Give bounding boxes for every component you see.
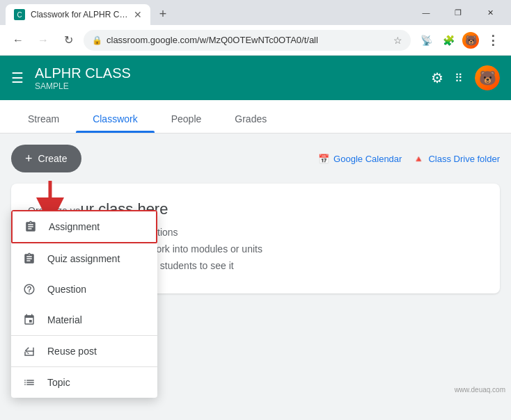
forward-button[interactable]: → bbox=[33, 31, 53, 50]
app-header: ☰ ALPHR CLASS SAMPLE ⚙ ⠿ 🐻 bbox=[0, 56, 511, 100]
assignment-label: Assignment bbox=[49, 221, 100, 232]
tab-bar: C Classwork for ALPHR CLASS SAM ✕ + — ❐ … bbox=[0, 0, 511, 25]
dropdown-item-material[interactable]: Material bbox=[11, 305, 157, 335]
dropdown-item-quiz[interactable]: Quiz assignment bbox=[11, 243, 157, 274]
settings-icon[interactable]: ⚙ bbox=[431, 70, 443, 86]
close-button[interactable]: ✕ bbox=[475, 3, 505, 22]
nav-icons: 📡 🧩 🐻 ⋮ bbox=[416, 31, 503, 50]
content-area: + Create 📅 Google Calendar 🔺 Class Drive… bbox=[0, 134, 511, 396]
active-tab[interactable]: C Classwork for ALPHR CLASS SAM ✕ bbox=[6, 4, 150, 25]
material-label: Material bbox=[47, 314, 82, 325]
tab-grades[interactable]: Grades bbox=[218, 105, 283, 133]
topic-label: Topic bbox=[47, 377, 70, 388]
tab-stream[interactable]: Stream bbox=[11, 105, 76, 133]
nav-bar: ← → ↻ 🔒 classroom.google.com/w/MzQ0OTEwN… bbox=[0, 25, 511, 56]
topic-icon bbox=[22, 375, 36, 389]
drive-label: Class Drive folder bbox=[428, 154, 500, 164]
question-label: Question bbox=[47, 284, 86, 295]
create-button[interactable]: + Create bbox=[11, 145, 81, 172]
url-text: classroom.google.com/w/MzQ0OTEwNTc0OTA0/… bbox=[107, 35, 389, 45]
quiz-label: Quiz assignment bbox=[47, 253, 120, 264]
question-icon bbox=[22, 282, 36, 296]
dropdown-item-reuse[interactable]: Reuse post bbox=[11, 336, 157, 366]
extensions-icon[interactable]: 🧩 bbox=[439, 31, 458, 50]
grid-icon[interactable]: ⠿ bbox=[455, 72, 464, 85]
tab-classwork[interactable]: Classwork bbox=[76, 105, 155, 133]
reuse-icon bbox=[22, 344, 36, 358]
new-tab-button[interactable]: + bbox=[153, 4, 173, 24]
toolbar-right: 📅 Google Calendar 🔺 Class Drive folder bbox=[318, 154, 500, 164]
lock-icon: 🔒 bbox=[92, 35, 102, 45]
star-icon[interactable]: ☆ bbox=[393, 35, 402, 46]
menu-icon[interactable]: ⋮ bbox=[483, 31, 503, 50]
drive-icon: 🔺 bbox=[413, 154, 424, 164]
create-label: Create bbox=[38, 153, 68, 164]
hamburger-icon[interactable]: ☰ bbox=[11, 70, 24, 86]
maximize-button[interactable]: ❐ bbox=[443, 3, 473, 22]
window-controls: — ❐ ✕ bbox=[411, 3, 511, 25]
dropdown-item-assignment[interactable]: Assignment bbox=[11, 210, 157, 243]
material-icon bbox=[22, 313, 36, 327]
dropdown-item-question[interactable]: Question bbox=[11, 274, 157, 305]
quiz-icon bbox=[22, 252, 36, 266]
reload-button[interactable]: ↻ bbox=[58, 31, 78, 50]
app-container: ☰ ALPHR CLASS SAMPLE ⚙ ⠿ 🐻 Stream Classw… bbox=[0, 56, 511, 396]
assignment-icon bbox=[24, 220, 38, 234]
browser-chrome: C Classwork for ALPHR CLASS SAM ✕ + — ❐ … bbox=[0, 0, 511, 56]
header-icons: ⚙ ⠿ 🐻 bbox=[431, 65, 500, 90]
reuse-label: Reuse post bbox=[47, 346, 97, 357]
minimize-button[interactable]: — bbox=[411, 3, 441, 22]
drive-link[interactable]: 🔺 Class Drive folder bbox=[413, 154, 500, 164]
tab-title: Classwork for ALPHR CLASS SAM bbox=[31, 10, 128, 19]
cast-icon[interactable]: 📡 bbox=[416, 31, 436, 50]
calendar-icon: 📅 bbox=[318, 154, 329, 164]
address-bar[interactable]: 🔒 classroom.google.com/w/MzQ0OTEwNTc0OTA… bbox=[84, 30, 411, 51]
create-plus-icon: + bbox=[25, 152, 33, 166]
calendar-link[interactable]: 📅 Google Calendar bbox=[318, 154, 402, 164]
class-subtitle: SAMPLE bbox=[35, 81, 420, 91]
toolbar: + Create 📅 Google Calendar 🔺 Class Drive… bbox=[11, 145, 500, 172]
avatar-image: 🐻 bbox=[475, 65, 500, 90]
class-title: ALPHR CLASS bbox=[35, 65, 420, 81]
tab-favicon: C bbox=[14, 9, 25, 20]
back-button[interactable]: ← bbox=[8, 31, 28, 50]
avatar[interactable]: 🐻 bbox=[475, 65, 500, 90]
watermark: www.deuaq.com bbox=[455, 386, 505, 394]
tab-close-button[interactable]: ✕ bbox=[134, 9, 142, 20]
calendar-label: Google Calendar bbox=[333, 154, 402, 164]
app-title: ALPHR CLASS SAMPLE bbox=[35, 65, 420, 91]
tabs-bar: Stream Classwork People Grades bbox=[0, 100, 511, 134]
tab-people[interactable]: People bbox=[155, 105, 219, 133]
profile-icon[interactable]: 🐻 bbox=[461, 31, 480, 50]
dropdown-item-topic[interactable]: Topic bbox=[11, 367, 157, 398]
dropdown-menu: Assignment Quiz assignment Question bbox=[11, 210, 157, 398]
